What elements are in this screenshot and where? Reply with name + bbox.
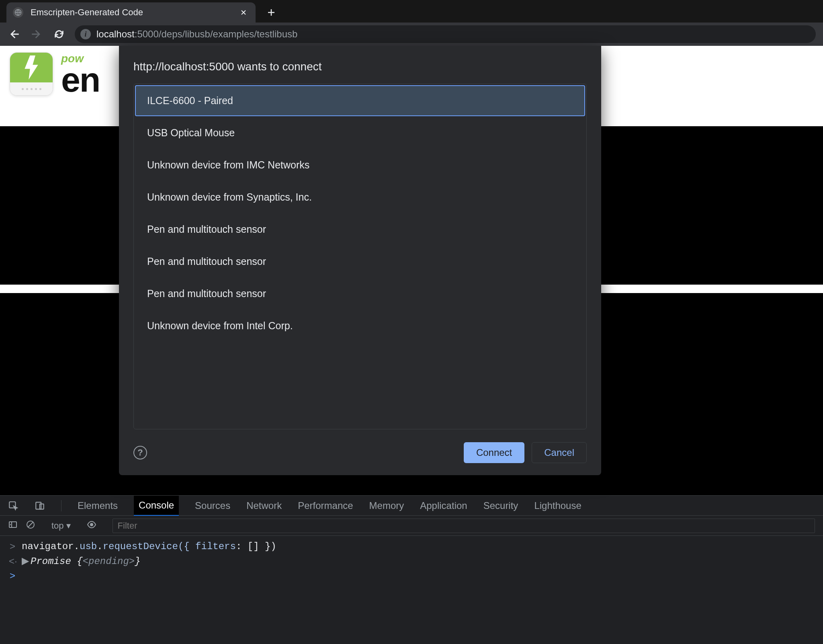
console-output[interactable]: > navigator.usb.requestDevice({ filters:…	[0, 536, 823, 644]
devtools-tab-elements[interactable]: Elements	[78, 500, 118, 511]
devtools-tab-sources[interactable]: Sources	[195, 500, 230, 511]
devtools-tab-memory[interactable]: Memory	[369, 500, 404, 511]
svg-point-6	[90, 523, 93, 526]
address-bar[interactable]: i localhost:5000/deps/libusb/examples/te…	[75, 25, 816, 43]
device-item[interactable]: USB Optical Mouse	[135, 117, 585, 148]
devtools-tab-network[interactable]: Network	[246, 500, 282, 511]
console-filter-input[interactable]	[113, 519, 815, 533]
device-item[interactable]: Unknown device from Intel Corp.	[135, 310, 585, 341]
console-input-line: > navigator.usb.requestDevice({ filters:…	[0, 539, 823, 554]
devtools-tab-application[interactable]: Application	[420, 500, 467, 511]
device-item[interactable]: ILCE-6600 - Paired	[135, 85, 585, 116]
inspect-element-icon[interactable]	[8, 500, 18, 511]
browser-tab[interactable]: Emscripten-Generated Code	[6, 2, 256, 23]
browser-tab-bar: Emscripten-Generated Code	[0, 0, 823, 23]
devtools-tab-security[interactable]: Security	[483, 500, 518, 511]
forward-button[interactable]	[30, 27, 43, 41]
devtools-tabs: ElementsConsoleSourcesNetworkPerformance…	[0, 496, 823, 516]
cancel-button[interactable]: Cancel	[532, 442, 587, 463]
help-icon[interactable]: ?	[133, 446, 147, 459]
live-expression-icon[interactable]	[87, 520, 96, 532]
devtools-tab-console[interactable]: Console	[134, 496, 179, 516]
devtools-filter-bar: top▾	[0, 516, 823, 536]
devtools-panel: ElementsConsoleSourcesNetworkPerformance…	[0, 495, 823, 644]
svg-rect-2	[36, 502, 41, 509]
clear-console-icon[interactable]	[26, 520, 35, 532]
devtools-tab-lighthouse[interactable]: Lighthouse	[534, 500, 581, 511]
back-button[interactable]	[7, 27, 21, 41]
reload-button[interactable]	[52, 27, 66, 41]
page-viewport: pow en http://localhost:5000 wants to co…	[0, 46, 823, 644]
dialog-title: http://localhost:5000 wants to connect	[133, 60, 587, 73]
device-item[interactable]: Pen and multitouch sensor	[135, 278, 585, 309]
globe-icon	[13, 7, 23, 18]
devtools-tab-performance[interactable]: Performance	[298, 500, 353, 511]
device-item[interactable]: Pen and multitouch sensor	[135, 246, 585, 277]
browser-toolbar: i localhost:5000/deps/libusb/examples/te…	[0, 23, 823, 46]
usb-permission-dialog: http://localhost:5000 wants to connect I…	[119, 46, 601, 475]
device-item[interactable]: Unknown device from Synaptics, Inc.	[135, 182, 585, 213]
emscripten-wordmark: pow en	[61, 52, 100, 94]
device-item[interactable]: Pen and multitouch sensor	[135, 214, 585, 245]
context-selector[interactable]: top▾	[51, 521, 71, 531]
emscripten-logo	[10, 52, 53, 96]
connect-button[interactable]: Connect	[464, 442, 524, 463]
tab-title: Emscripten-Generated Code	[31, 7, 143, 18]
svg-rect-3	[40, 504, 44, 509]
site-info-icon[interactable]: i	[80, 29, 91, 39]
device-toolbar-icon[interactable]	[35, 500, 45, 511]
console-prompt[interactable]: >	[0, 568, 823, 583]
device-item[interactable]: Unknown device from IMC Networks	[135, 150, 585, 180]
new-tab-button[interactable]	[261, 2, 281, 23]
device-list: ILCE-6600 - PairedUSB Optical MouseUnkno…	[133, 84, 587, 429]
url-text: localhost:5000/deps/libusb/examples/test…	[96, 29, 297, 40]
sidebar-toggle-icon[interactable]	[8, 520, 18, 532]
console-output-line: <· ▶Promise {<pending>}	[0, 554, 823, 568]
tab-close-icon[interactable]	[239, 8, 248, 17]
